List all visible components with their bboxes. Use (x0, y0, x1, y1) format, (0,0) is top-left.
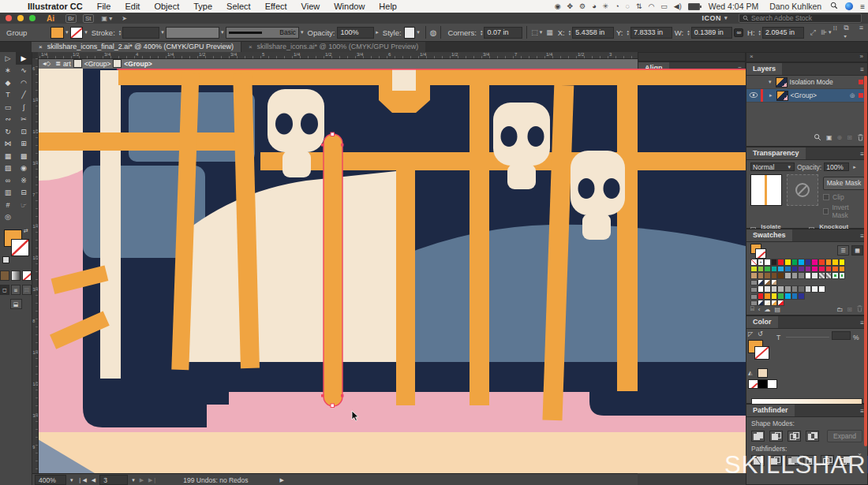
zoom-window-button[interactable] (29, 15, 36, 21)
unite-button[interactable] (751, 431, 765, 442)
swatch[interactable] (798, 266, 805, 273)
menu-extra-icon-3[interactable]: ◕ (592, 2, 596, 10)
swatch[interactable] (811, 272, 818, 279)
tab-pathfinder[interactable]: Pathfinder (746, 405, 795, 416)
swatch[interactable] (750, 272, 758, 279)
menu-extra-icon-5[interactable]: ◔ (615, 2, 619, 10)
swatch[interactable] (832, 266, 839, 273)
document-tab-2[interactable]: ×skillshare_icons.ai* @ 100% (CMYK/GPU P… (241, 41, 425, 52)
opacity-field[interactable]: 100% (824, 162, 849, 171)
creative-cloud-icon[interactable]: ☁ (764, 306, 770, 313)
color-group-folder[interactable] (750, 294, 758, 300)
new-color-group-icon[interactable]: 🗀 (836, 306, 843, 313)
swatch-pattern[interactable] (825, 272, 832, 279)
menubar-user[interactable]: Dano Kuhlken (769, 2, 821, 11)
menu-extra-icon-2[interactable]: ⚙ (579, 2, 586, 10)
tint-slider[interactable] (786, 337, 829, 338)
arrange-documents-icon[interactable]: ▣ ▾ (100, 15, 114, 22)
swatch[interactable] (771, 293, 778, 300)
swatch-pattern[interactable] (839, 272, 846, 279)
menu-object[interactable]: Object (154, 2, 179, 11)
tab-transparency[interactable]: Transparency (746, 147, 806, 159)
tab-color[interactable]: Color (746, 316, 778, 328)
prev-artboard-icon[interactable]: ◀ (92, 477, 95, 483)
close-tab-icon[interactable]: × (39, 43, 43, 50)
menu-extra-icon-0[interactable]: ◉ (555, 2, 561, 10)
tint-field[interactable] (832, 331, 851, 340)
panel-menu-icon[interactable]: ≡ (859, 24, 863, 41)
breadcrumb-group-1[interactable]: <Group> (84, 60, 111, 68)
menu-view[interactable]: View (301, 2, 320, 11)
color-mode-button[interactable] (0, 270, 9, 281)
swatch[interactable] (777, 266, 784, 273)
swatch[interactable] (798, 272, 805, 279)
panel-dock-icon[interactable]: ⁝⁝ (832, 24, 837, 41)
ruler-origin[interactable] (32, 52, 38, 58)
draw-behind-button[interactable]: ⧈ (11, 285, 21, 295)
swatch[interactable] (764, 266, 771, 273)
pen-tool[interactable]: ◆ (0, 76, 16, 89)
menubar-clock[interactable]: Wed 4:04 PM (709, 2, 758, 11)
select-similar-icon[interactable]: ⬚ (531, 28, 538, 36)
list-view-button[interactable]: ☰ (837, 245, 849, 256)
swatch[interactable] (784, 266, 791, 273)
workspace-switcher[interactable]: ICON (702, 14, 721, 22)
new-swatch-icon[interactable]: ⊞ (847, 306, 852, 313)
stroke-color-proxy[interactable] (11, 239, 29, 256)
slice-tool[interactable]: # (0, 199, 16, 211)
swatch[interactable] (777, 293, 784, 300)
gradient-mode-button[interactable] (11, 270, 21, 281)
blend-mode-dropdown[interactable]: Normal▾ (750, 162, 795, 171)
menu-effect[interactable]: Effect (265, 2, 287, 11)
isolate-icon[interactable]: ⧉ ▾ (844, 24, 853, 41)
swatch[interactable] (791, 259, 799, 266)
swatch[interactable] (771, 285, 778, 293)
draw-inside-button[interactable]: 回 (22, 285, 32, 295)
y-field[interactable]: 7.8333 in (630, 27, 672, 39)
graph-tool[interactable]: ▥ (0, 187, 16, 200)
swatch[interactable] (777, 285, 784, 293)
swatch-pattern[interactable] (832, 272, 839, 279)
swatch[interactable] (771, 266, 778, 273)
reference-point-icon[interactable]: ▦ (546, 28, 553, 36)
target-icon[interactable]: ◎ (850, 92, 855, 99)
siri-icon[interactable] (845, 2, 853, 10)
rotate-tool[interactable]: ↻ (0, 125, 16, 138)
swatch-pattern[interactable] (818, 272, 825, 279)
mask-thumbnail[interactable] (787, 174, 818, 206)
document-tab-1[interactable]: ×skillshare_icons_final_2.ai* @ 400% (CM… (32, 41, 241, 52)
stroke-proxy[interactable] (755, 248, 766, 259)
grid-view-button[interactable]: ▦ (851, 245, 863, 256)
swatch[interactable] (805, 272, 812, 279)
layers-row-group[interactable]: ▸ <Group> ◎ (746, 89, 867, 103)
app-menu[interactable]: Illustrator CC (28, 2, 83, 11)
swatch[interactable] (791, 293, 799, 300)
next-artboard-icon[interactable]: ▶ (140, 477, 144, 483)
make-mask-icon[interactable]: ▣ (826, 134, 832, 141)
paintbrush-tool[interactable]: ∫ (16, 101, 32, 114)
zoom-level-field[interactable]: 400% (35, 475, 66, 485)
opacity-field[interactable]: 100% (337, 27, 374, 39)
new-sublayer-icon[interactable]: ⊕ (837, 134, 843, 141)
swatch[interactable] (805, 259, 812, 266)
swatch[interactable] (784, 285, 791, 293)
swatch[interactable] (825, 259, 832, 266)
menu-help[interactable]: Help (379, 2, 397, 11)
eyedropper-tool[interactable]: ◉ (16, 162, 32, 175)
canvas-artwork[interactable] (38, 69, 746, 473)
draw-normal-button[interactable]: ◻ (0, 285, 9, 295)
intersect-button[interactable] (788, 431, 801, 442)
tab-layers[interactable]: Layers (746, 63, 782, 75)
w-field[interactable]: 0.1389 in (691, 27, 733, 39)
exit-isolation-icon[interactable]: ◂◇ (43, 60, 51, 67)
x-field[interactable]: 5.4358 in (572, 27, 614, 39)
delete-swatch-icon[interactable] (856, 304, 863, 314)
eyedropper-icon[interactable]: ◸ (748, 330, 753, 338)
dock-b-header[interactable]: × » (746, 52, 868, 62)
first-artboard-icon[interactable]: ❘◀ (78, 477, 87, 483)
locate-object-icon[interactable] (814, 130, 821, 144)
vertical-ruler[interactable]: 61/41/23/471/41/23/481/41/23/49 (32, 58, 39, 473)
swatch[interactable] (811, 285, 818, 293)
swatch[interactable] (791, 285, 799, 293)
notification-center-icon[interactable]: ≡ (860, 2, 865, 11)
